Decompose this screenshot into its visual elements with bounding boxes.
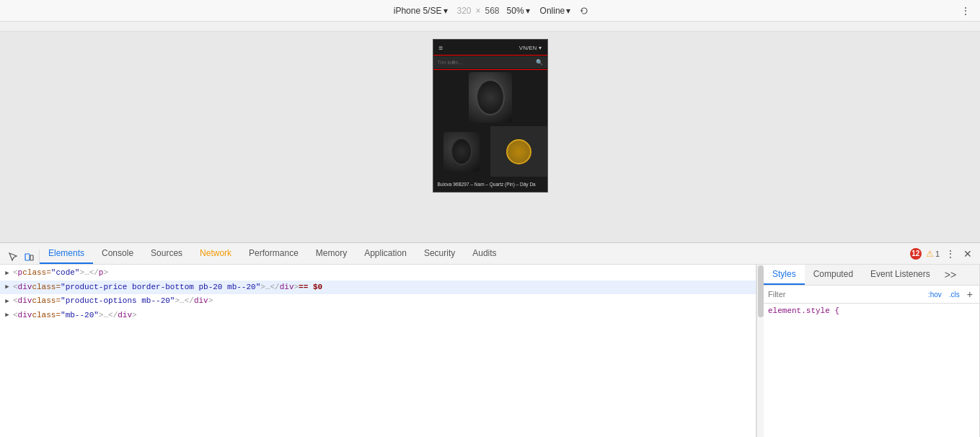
zoom-chevron: ▾ [526,6,530,16]
search-bar-container: Tìm kiếm... 🔍 × [433,56,547,69]
error-badge: 12 [910,248,922,260]
product-grid: Bulova 96B297 – Nam – Quartz (Pin) – Dây… [433,69,547,192]
tab-network[interactable]: Network [191,244,240,264]
expand-arrow-4[interactable]: ▶ [3,312,12,320]
hamburger-icon[interactable]: ≡ [439,44,443,52]
tab-console[interactable]: Console [93,244,142,264]
tab-memory[interactable]: Memory [307,244,356,264]
expand-arrow-1[interactable]: ▶ [3,269,12,278]
devtools-panel: Elements Console Sources Network Perform… [0,242,980,437]
device-name: iPhone 5/SE [394,6,442,16]
network-chevron: ▾ [566,6,570,16]
watch-face-gold [506,139,531,164]
more-options-button[interactable]: ⋮ [958,4,973,18]
add-style-rule-button[interactable]: + [965,288,975,301]
warning-icon: ⚠ [926,249,934,259]
code-line-2[interactable]: ▶ <div class="product-price border-botto… [0,281,756,295]
devtools-tabs: Elements Console Sources Network Perform… [0,243,980,265]
tab-elements[interactable]: Elements [40,244,93,264]
network-mode: Online [540,6,565,16]
more-dots: ⋮ [961,6,970,16]
device-chevron: ▾ [443,6,448,16]
code-line-3[interactable]: ▶ <div class="product-options mb--20" >…… [0,294,756,309]
devtools-right-controls: 12 ⚠ 1 ⋮ ✕ [910,247,974,260]
code-scrollbar[interactable] [756,265,764,437]
mobile-preview: ≡ VN/EN ▾ Tìm kiếm... 🔍 × [433,39,548,193]
watch-small-image [443,132,480,172]
top-bar-center: iPhone 5/SE ▾ 320 × 568 50% ▾ Online ▾ [389,4,591,17]
product-info: Bulova 96B297 – Nam – Quartz (Pin) – Dây… [433,177,547,192]
cross-symbol: × [475,6,480,16]
devtools-body: ▶ <p class="code" >…</p> ▶ <div class="p… [0,265,980,437]
product-name: Bulova 96B297 – Nam – Quartz (Pin) – Dây… [438,182,536,187]
expand-arrow-2[interactable]: ▶ [3,283,12,291]
mobile-header: ≡ VN/EN ▾ [433,40,547,56]
styles-filter-bar: :hov .cls + [764,286,979,304]
svg-rect-1 [30,255,33,260]
product-sub-image-1 [433,126,490,177]
zoom-level: 50% [507,6,524,16]
filter-right-controls: :hov .cls + [926,288,975,301]
rotate-button[interactable] [578,4,591,17]
search-icon: 🔍 [536,59,543,66]
search-bar[interactable]: Tìm kiếm... 🔍 [433,56,547,69]
product-main-image [433,69,547,126]
styles-panel-tabs: Styles Computed Event Listeners >> [764,265,979,286]
styles-filter-input[interactable] [768,290,926,299]
code-line-4[interactable]: ▶ <div class="mb--20" >…</div> [0,309,756,323]
devtools-settings-button[interactable]: ⋮ [944,247,957,260]
tab-security[interactable]: Security [415,244,464,264]
viewport-ruler [0,22,980,32]
devtools-close-button[interactable]: ✕ [961,247,974,260]
styles-tab-styles[interactable]: Styles [764,265,805,285]
scroll-thumb[interactable] [758,265,764,317]
styles-tab-more[interactable]: >> [939,265,962,285]
watch-face-small [451,138,472,165]
code-panel: ▶ <p class="code" >…</p> ▶ <div class="p… [0,265,756,437]
svg-rect-0 [25,254,30,260]
devtools-left-icons [3,250,40,264]
expand-arrow-3[interactable]: ▶ [3,297,12,306]
tab-performance[interactable]: Performance [240,244,307,264]
language-selector[interactable]: VN/EN ▾ [519,45,542,51]
viewport-height: 568 [485,6,500,16]
search-placeholder: Tìm kiếm... [438,60,463,66]
element-style-rule: element.style { [768,306,839,315]
error-count: 12 [910,248,922,260]
styles-tab-event-listeners[interactable]: Event Listeners [862,265,939,285]
main-content: ≡ VN/EN ▾ Tìm kiếm... 🔍 × [0,32,980,437]
dom-anchor: == $0 [299,281,322,294]
device-selector[interactable]: iPhone 5/SE ▾ [389,4,453,17]
watch-face-main [476,79,505,115]
tab-audits[interactable]: Audits [464,244,505,264]
warning-badge: ⚠ 1 [926,249,940,259]
class-toggle-button[interactable]: .cls [947,290,962,299]
inspect-element-button[interactable] [6,250,20,264]
tab-application[interactable]: Application [356,244,415,264]
network-selector[interactable]: Online ▾ [537,4,574,17]
hover-state-button[interactable]: :hov [926,290,944,299]
zoom-selector[interactable]: 50% ▾ [504,4,533,17]
top-bar: iPhone 5/SE ▾ 320 × 568 50% ▾ Online ▾ ⋮ [0,0,980,22]
styles-panel: Styles Computed Event Listeners >> :hov … [764,265,980,437]
tab-sources[interactable]: Sources [142,244,191,264]
styles-tab-computed[interactable]: Computed [805,265,862,285]
device-toolbar-button[interactable] [22,250,36,264]
watch-main-image [469,72,512,123]
code-line-1[interactable]: ▶ <p class="code" >…</p> [0,266,756,281]
warning-count-label: 1 [935,250,940,258]
dimension-separator-1: 320 [456,6,471,16]
styles-content: element.style { [764,304,979,437]
product-sub-image-2 [490,126,547,177]
top-bar-right: ⋮ [958,4,973,18]
